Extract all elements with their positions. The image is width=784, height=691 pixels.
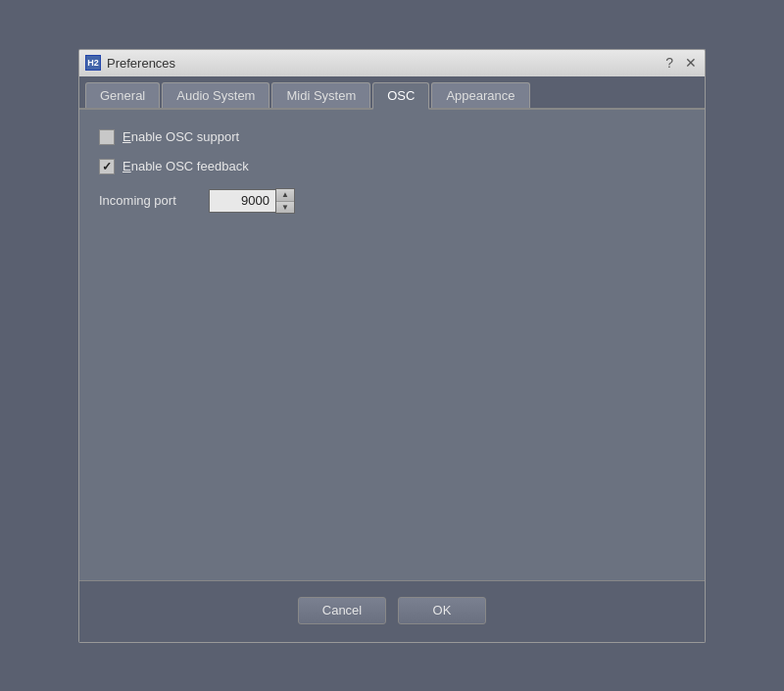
tab-audio-system[interactable]: Audio System bbox=[162, 82, 270, 108]
spinbox-buttons: ▲ ▼ bbox=[275, 188, 295, 214]
tab-midi-system[interactable]: Midi System bbox=[271, 82, 370, 108]
osc-content: Enable OSC support Enable OSC feedback I… bbox=[79, 110, 705, 580]
spin-up-button[interactable]: ▲ bbox=[276, 189, 294, 201]
tab-appearance[interactable]: Appearance bbox=[431, 82, 529, 108]
enable-osc-feedback-label: Enable OSC feedback bbox=[122, 159, 249, 173]
enable-osc-feedback-row: Enable OSC feedback bbox=[99, 159, 685, 174]
incoming-port-input[interactable] bbox=[209, 189, 275, 213]
tabs-bar: General Audio System Midi System OSC App… bbox=[79, 76, 705, 110]
preferences-dialog: H2 Preferences ? ✕ General Audio System … bbox=[78, 49, 706, 643]
title-bar: H2 Preferences ? ✕ bbox=[78, 49, 706, 76]
enable-osc-support-checkbox[interactable] bbox=[99, 129, 115, 145]
incoming-port-label: Incoming port bbox=[99, 193, 197, 208]
spin-down-button[interactable]: ▼ bbox=[276, 201, 294, 213]
tab-osc[interactable]: OSC bbox=[372, 82, 429, 110]
incoming-port-spinbox: ▲ ▼ bbox=[209, 188, 295, 214]
enable-osc-support-label: Enable OSC support bbox=[122, 129, 239, 144]
enable-osc-feedback-checkbox[interactable] bbox=[99, 159, 115, 174]
incoming-port-row: Incoming port ▲ ▼ bbox=[99, 188, 685, 214]
ok-button[interactable]: OK bbox=[398, 597, 486, 624]
enable-osc-support-row: Enable OSC support bbox=[99, 129, 685, 145]
cancel-button[interactable]: Cancel bbox=[298, 597, 386, 624]
tab-general[interactable]: General bbox=[85, 82, 160, 108]
window-title: Preferences bbox=[107, 56, 175, 71]
help-button[interactable]: ? bbox=[663, 56, 675, 70]
title-bar-left: H2 Preferences bbox=[85, 55, 175, 71]
dialog-body: General Audio System Midi System OSC App… bbox=[78, 76, 706, 643]
app-icon: H2 bbox=[85, 55, 101, 71]
button-row: Cancel OK bbox=[79, 580, 705, 642]
title-bar-controls: ? ✕ bbox=[663, 56, 699, 70]
close-button[interactable]: ✕ bbox=[683, 56, 699, 70]
